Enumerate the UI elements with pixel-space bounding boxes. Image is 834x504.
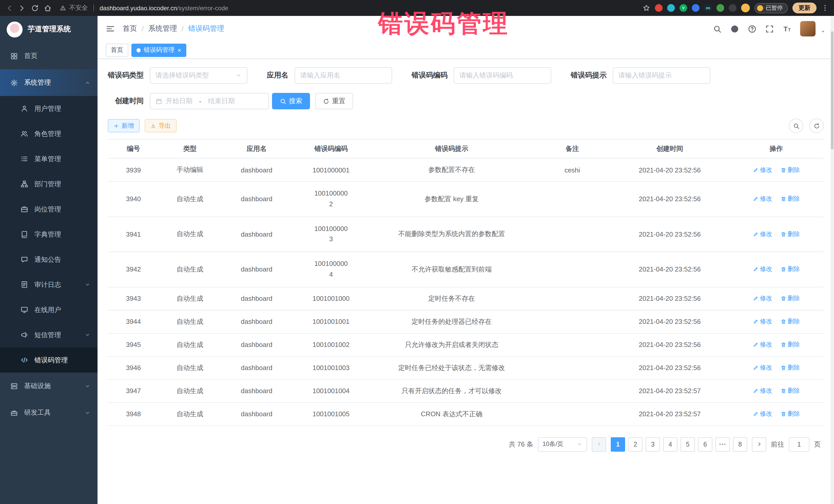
question-icon[interactable] xyxy=(748,24,756,33)
on-badge-extension-icon[interactable]: on xyxy=(704,4,712,12)
red-extension-icon[interactable] xyxy=(655,4,663,12)
add-button[interactable]: 新增 xyxy=(108,119,139,132)
sidebar-item-system[interactable]: 系统管理 xyxy=(0,69,97,96)
sidebar-item-devtools[interactable]: 研发工具 xyxy=(0,399,97,426)
reset-button[interactable]: 重置 xyxy=(315,93,353,109)
delete-link[interactable]: 删除 xyxy=(781,387,800,395)
fullscreen-icon[interactable] xyxy=(765,24,774,33)
tab-close-icon[interactable]: × xyxy=(178,47,181,53)
pin-extension-icon[interactable] xyxy=(729,4,737,12)
avatar-caret-down-icon[interactable] xyxy=(820,29,826,35)
sidebar-item-dict[interactable]: 字典管理 xyxy=(0,222,97,247)
address-bar[interactable]: 不安全 dashboard.yudao.iocoder.cn/system/er… xyxy=(60,4,228,12)
refresh-table-button[interactable] xyxy=(809,118,824,133)
chart-extension-icon[interactable] xyxy=(692,4,700,12)
edit-link[interactable]: 修改 xyxy=(753,166,772,174)
delete-link[interactable]: 删除 xyxy=(781,265,800,274)
edit-link[interactable]: 修改 xyxy=(753,230,772,239)
cell-actions: 修改删除 xyxy=(729,158,824,181)
teal-extension-icon[interactable] xyxy=(667,4,675,12)
pagination-page-2[interactable]: 2 xyxy=(628,437,642,452)
breadcrumb-item[interactable]: 系统管理 xyxy=(148,24,177,34)
cell-hint: 参数配置 key 重复 xyxy=(370,181,534,217)
fontsize-icon[interactable]: TT xyxy=(783,24,791,33)
message-icon xyxy=(21,256,28,263)
sidebar-item-label: 基础设施 xyxy=(24,381,79,391)
search-button[interactable]: 搜索 xyxy=(272,93,310,109)
pagination-next-button[interactable] xyxy=(752,437,766,452)
app-name-input[interactable]: 请输入应用名 xyxy=(294,67,392,84)
pagination-ellipsis[interactable]: ••• xyxy=(716,437,730,452)
sidebar-item-online-user[interactable]: 在线用户 xyxy=(0,297,97,322)
sidebar-item-sms[interactable]: 短信管理 xyxy=(0,322,97,348)
back-icon[interactable] xyxy=(5,4,13,12)
toggle-search-button[interactable] xyxy=(789,118,803,133)
sidebar-item-post[interactable]: 岗位管理 xyxy=(0,197,97,222)
tab-1[interactable]: 错误码管理× xyxy=(131,43,186,57)
paused-button[interactable]: 已暂停 xyxy=(754,3,788,13)
app-logo-row[interactable]: 芋道管理系统 xyxy=(0,16,97,43)
pagination-page-8[interactable]: 8 xyxy=(733,437,747,452)
sidebar-item-home[interactable]: 首页 xyxy=(0,43,97,69)
page-size-select[interactable]: 10条/页 xyxy=(538,437,587,452)
sidebar-item-menu[interactable]: 菜单管理 xyxy=(0,146,97,171)
edit-link[interactable]: 修改 xyxy=(753,317,772,326)
sidebar-item-dept[interactable]: 部门管理 xyxy=(0,171,97,197)
pagination-prev-button[interactable] xyxy=(592,437,606,452)
edit-link[interactable]: 修改 xyxy=(753,195,772,203)
sidebar-item-infra[interactable]: 基础设施 xyxy=(0,373,97,399)
sidebar-item-audit-log[interactable]: 审计日志 xyxy=(0,272,97,297)
edit-link[interactable]: 修改 xyxy=(753,341,772,349)
cell-type: 自动生成 xyxy=(159,252,221,287)
search-icon[interactable] xyxy=(713,24,722,33)
error-code-input[interactable]: 请输入错误码编码 xyxy=(454,67,551,84)
delete-link[interactable]: 删除 xyxy=(781,166,800,174)
start-date-placeholder: 开始日期 xyxy=(166,96,193,106)
green-check-extension-icon[interactable]: V xyxy=(680,4,687,12)
edit-link[interactable]: 修改 xyxy=(753,294,772,303)
tab-0[interactable]: 首页 xyxy=(106,43,128,57)
delete-link[interactable]: 删除 xyxy=(781,230,800,239)
sidebar-item-error-code[interactable]: 错误码管理 xyxy=(0,348,97,373)
update-button[interactable]: 更新 xyxy=(792,3,816,13)
edit-link[interactable]: 修改 xyxy=(753,265,772,274)
goto-page-input[interactable]: 1 xyxy=(789,437,809,452)
bookmark-star-icon[interactable] xyxy=(642,4,650,12)
chevron-down-icon xyxy=(236,72,242,79)
cell-code: 1001000004 xyxy=(292,252,370,287)
scrollbar-thumb[interactable] xyxy=(831,31,833,149)
pagination-page-5[interactable]: 5 xyxy=(681,437,695,452)
error-type-select[interactable]: 请选择错误码类型 xyxy=(150,67,247,84)
date-range-picker[interactable]: 开始日期 - 结束日期 xyxy=(150,93,269,109)
pagination-page-3[interactable]: 3 xyxy=(646,437,660,452)
app-layout: 芋道管理系统 首页系统管理用户管理角色管理菜单管理部门管理岗位管理字典管理通知公… xyxy=(0,16,834,504)
pagination-page-1[interactable]: 1 xyxy=(611,437,625,452)
sidebar-item-role[interactable]: 角色管理 xyxy=(0,121,97,146)
reload-icon[interactable] xyxy=(31,4,39,12)
github-icon[interactable] xyxy=(730,24,739,33)
page-scrollbar[interactable] xyxy=(830,16,834,504)
edit-link[interactable]: 修改 xyxy=(753,364,772,372)
delete-link[interactable]: 删除 xyxy=(781,341,800,349)
sidebar-item-notice[interactable]: 通知公告 xyxy=(0,247,97,272)
browser-menu-icon[interactable] xyxy=(821,4,829,12)
forward-icon[interactable] xyxy=(18,4,26,12)
user-avatar[interactable] xyxy=(800,21,815,37)
browser-profile-avatar[interactable] xyxy=(741,4,750,12)
delete-link[interactable]: 删除 xyxy=(781,195,800,203)
pagination-page-6[interactable]: 6 xyxy=(698,437,712,452)
delete-link[interactable]: 删除 xyxy=(781,317,800,326)
error-hint-input[interactable]: 请输入错误码提示 xyxy=(613,67,710,84)
delete-link[interactable]: 删除 xyxy=(781,294,800,303)
sidebar-item-user[interactable]: 用户管理 xyxy=(0,96,97,121)
export-button[interactable]: 导出 xyxy=(145,119,177,132)
edit-link[interactable]: 修改 xyxy=(753,387,772,395)
browser-home-icon[interactable] xyxy=(44,4,52,12)
delete-link[interactable]: 删除 xyxy=(781,410,800,419)
pagination-page-4[interactable]: 4 xyxy=(663,437,678,452)
green-extension-icon[interactable] xyxy=(717,4,724,12)
delete-link[interactable]: 删除 xyxy=(781,364,800,372)
edit-link[interactable]: 修改 xyxy=(753,410,772,419)
hamburger-icon[interactable] xyxy=(106,24,115,34)
breadcrumb-item[interactable]: 首页 xyxy=(123,24,137,34)
